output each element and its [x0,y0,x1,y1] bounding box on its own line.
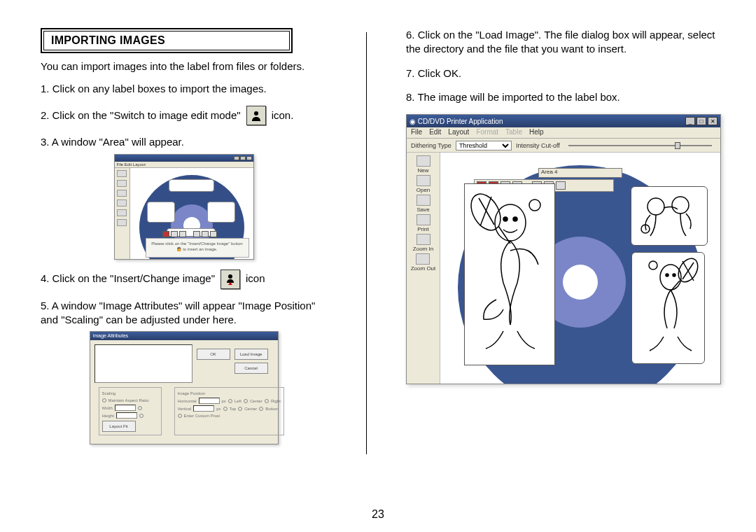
label: Center [250,398,262,404]
menu-file[interactable]: File [411,128,422,137]
intensity-label: Intensity Cut-off [516,142,560,149]
radio[interactable] [178,414,182,418]
sidebar-button[interactable] [117,200,127,206]
height-input[interactable] [116,412,137,419]
image-preview [94,344,192,383]
imported-image-bottom-right[interactable] [631,252,705,364]
close-button[interactable]: ✕ [708,117,718,125]
checkbox[interactable] [102,398,106,402]
menu-layout[interactable]: Layout [448,128,469,137]
zoom-out-button[interactable]: Zoom Out [411,253,436,272]
menu-help[interactable]: Help [529,128,544,137]
image-attributes-window: Image Attributes OK Load Image Cancel [90,331,279,444]
menubar: File Edit Layout [115,162,253,168]
toolbar-icon[interactable] [162,231,169,237]
slider-thumb[interactable] [675,142,680,149]
label: Open [416,187,430,193]
intro-text: You can import images into the label fro… [41,60,327,72]
toolbar-icon[interactable] [179,231,186,237]
toolbar-icon[interactable] [210,231,217,237]
radio[interactable] [223,407,227,411]
step-number: 3. [41,136,50,148]
toolbar-icon[interactable] [202,231,209,237]
svg-point-4 [513,217,517,221]
svg-point-9 [648,198,664,215]
label: New [417,167,428,174]
new-icon [416,155,430,167]
label-box[interactable] [169,179,214,192]
radio[interactable] [265,399,269,403]
width-input[interactable] [115,405,136,411]
h-input[interactable] [199,398,220,404]
open-icon [416,175,430,186]
step-text: Click on the "Load Image". The file dial… [406,29,715,55]
title-text: CD/DVD Printer Application [418,118,503,125]
save-button[interactable]: Save [416,195,430,213]
svg-point-8 [529,200,540,211]
zoom-in-button[interactable]: Zoom In [413,234,433,252]
max-button[interactable] [240,156,246,160]
dither-select[interactable]: Threshold [456,141,512,150]
label: Zoom In [413,246,433,252]
close-button[interactable] [246,156,252,160]
svg-point-12 [660,265,681,290]
toolbar-icon[interactable] [193,231,200,237]
left-column: IMPORTING IMAGES You can import images i… [41,28,327,454]
label: Vertical [178,406,192,412]
label: Zoom Out [411,265,436,272]
label: Center [244,406,257,412]
sidebar-button[interactable] [117,180,127,187]
minimize-button[interactable]: _ [685,117,695,125]
imported-image-top-right[interactable] [631,186,708,246]
label: px [222,398,226,404]
layout-fit-button[interactable]: Layout Fit [102,421,136,432]
v-input[interactable] [193,405,214,412]
sidebar-button[interactable] [117,209,127,216]
print-button[interactable]: Print [416,214,430,232]
sidebar-button[interactable] [117,170,127,177]
label-box[interactable] [207,202,235,223]
right-column: 6. Click on the "Load Image". The file d… [406,28,721,454]
new-button[interactable]: New [416,155,430,174]
label: Bottom [265,406,279,412]
sidebar-button[interactable] [117,190,127,197]
open-button[interactable]: Open [416,175,430,193]
label: Enter Custom Pixel [184,413,220,419]
sidebar-button[interactable] [117,219,127,226]
step-text: A window "Image Attributes" will appear … [41,300,315,326]
load-image-button[interactable]: Load Image [234,349,268,360]
person-red-arrow-icon [220,270,240,289]
left-toolbar: New Open Save Print Zoom In Zoom Out [407,153,440,384]
label-box[interactable] [147,202,175,223]
save-icon [416,195,430,206]
imported-image-left[interactable] [464,183,555,365]
radio[interactable] [228,399,232,403]
label: Height [102,413,114,419]
app-title: ◉ CD/DVD Printer Application [410,118,503,125]
svg-point-18 [649,261,657,270]
tool-icon[interactable] [556,181,566,190]
step-list-right: 6. Click on the "Load Image". The file d… [406,28,721,104]
svg-line-6 [479,198,494,225]
radio[interactable] [138,406,142,410]
radio[interactable] [259,407,263,411]
radio[interactable] [139,414,144,418]
svg-point-2 [495,204,526,241]
ok-button[interactable]: OK [197,349,230,360]
toolbar: Dithering Type Threshold Intensity Cut-o… [407,139,720,153]
intensity-slider[interactable] [568,145,712,146]
radio[interactable] [238,407,242,411]
maximize-button[interactable]: □ [696,117,706,125]
label: Horizontal [178,398,197,404]
column-divider [366,32,367,454]
toolbar-icon[interactable] [171,231,178,237]
radio[interactable] [244,399,248,403]
menu-format: Format [476,128,498,137]
step-number: 6. [406,29,415,41]
menu-edit[interactable]: Edit [429,128,441,137]
label: Top [230,406,237,412]
svg-point-3 [503,217,507,221]
step-text: Click on the "Insert/Change image" [52,272,215,286]
min-button[interactable] [234,156,239,160]
cancel-button[interactable]: Cancel [234,363,268,374]
